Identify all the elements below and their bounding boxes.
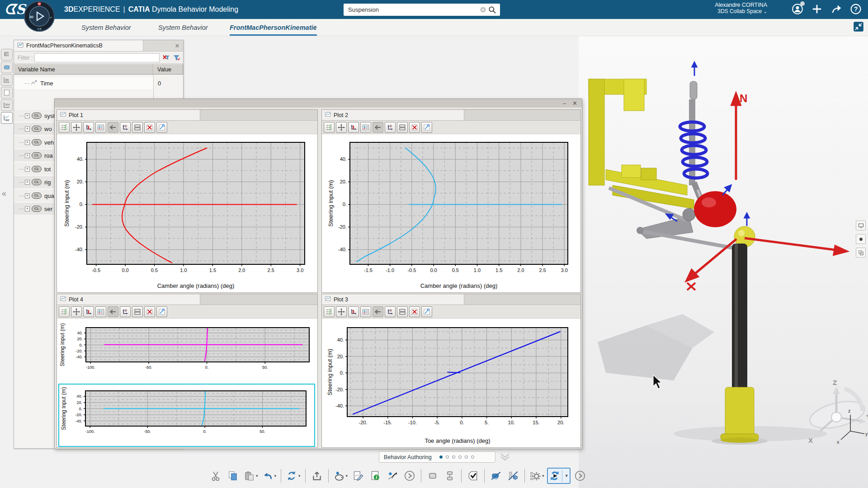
new-behavior-button[interactable]: ▾ bbox=[332, 468, 349, 484]
close-icon[interactable]: ✕ bbox=[171, 40, 183, 51]
column-value[interactable]: Value bbox=[153, 64, 183, 74]
plot2-tab[interactable]: Plot 2 bbox=[322, 110, 464, 120]
expand-icon[interactable]: + bbox=[25, 180, 30, 185]
3ds-logo-icon[interactable]: ᗧS bbox=[5, 2, 24, 18]
new-tab-button[interactable]: + bbox=[313, 19, 317, 36]
expand-action-pad-icon[interactable] bbox=[499, 452, 511, 464]
rail-variables-icon[interactable]: (x) bbox=[1, 74, 13, 86]
plot2-chart[interactable]: -1.5-1.0-0.50.00.51.01.52.02.53.040.20.0… bbox=[322, 134, 580, 294]
rail-document-icon[interactable] bbox=[1, 87, 13, 99]
edit-behavior-button[interactable] bbox=[350, 468, 366, 484]
column-variable-name[interactable]: Variable Name bbox=[14, 64, 153, 74]
collab-space[interactable]: 3DS Collab Space ⌄ bbox=[715, 8, 767, 14]
plot-tool-split-horizontal[interactable] bbox=[132, 306, 143, 317]
red-mass-body[interactable] bbox=[694, 191, 736, 227]
plot-tool-split-horizontal[interactable] bbox=[397, 122, 408, 133]
clear-filter-icon[interactable] bbox=[161, 53, 170, 62]
plot-tool-delete-curves[interactable] bbox=[144, 122, 155, 133]
more-simulation-button[interactable] bbox=[572, 468, 588, 484]
tab-frontmacpherson[interactable]: FrontMacPhersonKinematic bbox=[230, 19, 317, 36]
plot-tool-fit-view[interactable] bbox=[336, 306, 347, 317]
side-display-button[interactable] bbox=[856, 221, 866, 230]
plot-tool-axes-pin[interactable] bbox=[120, 306, 131, 317]
add-button[interactable] bbox=[810, 2, 824, 16]
clear-search-icon[interactable] bbox=[478, 5, 487, 14]
mode-page-dots[interactable] bbox=[438, 455, 476, 459]
expand-icon[interactable]: + bbox=[25, 206, 30, 211]
validate-button[interactable] bbox=[465, 468, 481, 484]
plot-tool-legend[interactable] bbox=[360, 306, 371, 317]
plot-tool-axes-pin[interactable] bbox=[120, 122, 131, 133]
dropdown-arrow-icon[interactable]: ▾ bbox=[346, 474, 348, 478]
plot-tool-axes-scale[interactable] bbox=[348, 306, 359, 317]
3d-viewport[interactable]: N Z X Y z y bbox=[579, 36, 868, 488]
plot3-chart[interactable]: -20.-15.-10.-5.0.5.10.15.20.40.20.0.-20.… bbox=[322, 319, 580, 449]
variable-row-time[interactable]: Time0 bbox=[14, 77, 153, 89]
plot-tool-plot-setup[interactable] bbox=[59, 306, 70, 317]
plot-tool-back-arrow[interactable] bbox=[108, 122, 118, 133]
plot-tool-probe[interactable] bbox=[421, 306, 432, 317]
plot-tool-axes-scale[interactable] bbox=[83, 306, 94, 317]
search-icon[interactable] bbox=[487, 5, 497, 15]
plot4-tab[interactable]: Plot 4 bbox=[57, 294, 200, 305]
simulate-button[interactable]: ▼ bbox=[547, 468, 571, 484]
search-bar[interactable] bbox=[344, 4, 500, 16]
behavior-info-button[interactable]: i bbox=[368, 468, 383, 484]
plot-tool-delete-curves[interactable] bbox=[409, 306, 420, 317]
dropdown-arrow-icon[interactable]: ▾ bbox=[298, 474, 301, 478]
expand-icon[interactable]: + bbox=[25, 127, 30, 131]
mode-dot-3[interactable] bbox=[452, 455, 455, 459]
cut-button[interactable] bbox=[208, 468, 223, 484]
plots-window-titlebar[interactable]: – ✕ bbox=[55, 99, 582, 108]
close-icon[interactable]: ✕ bbox=[572, 100, 577, 106]
components-button[interactable] bbox=[442, 468, 458, 484]
plot4-lower-strip-selected[interactable]: -100.-50.0.50.40.20.0.-20.-40.Steering i… bbox=[58, 384, 315, 447]
component-button[interactable] bbox=[425, 468, 440, 484]
rail-component-icon[interactable] bbox=[1, 61, 13, 73]
expand-icon[interactable]: + bbox=[25, 153, 30, 158]
toggle-block-view-button[interactable] bbox=[505, 468, 521, 484]
user-avatar-button[interactable] bbox=[791, 2, 804, 16]
plot-tool-probe[interactable] bbox=[156, 306, 167, 317]
export-button[interactable] bbox=[309, 468, 325, 484]
help-button[interactable]: ? bbox=[849, 2, 863, 16]
restore-window-icon[interactable] bbox=[853, 21, 864, 33]
expand-icon[interactable]: + bbox=[25, 140, 30, 145]
expand-icon[interactable]: + bbox=[25, 113, 30, 118]
plot-tool-legend[interactable] bbox=[360, 122, 371, 133]
update-button[interactable]: ▾ bbox=[285, 468, 302, 484]
expand-icon[interactable]: + bbox=[25, 193, 30, 198]
plot-tool-split-horizontal[interactable] bbox=[132, 122, 143, 133]
plot-tool-axes-scale[interactable] bbox=[83, 122, 94, 133]
search-input[interactable] bbox=[348, 6, 478, 13]
filter-icon[interactable] bbox=[172, 53, 181, 62]
side-layers-button[interactable] bbox=[856, 248, 866, 258]
plot-tool-fit-view[interactable] bbox=[71, 122, 82, 133]
plot-tool-probe[interactable] bbox=[421, 122, 432, 133]
rail-model-tree-icon[interactable] bbox=[1, 49, 13, 61]
plot1-chart[interactable]: -0.50.00.51.01.52.02.53.040.20.0.-20.-40… bbox=[57, 134, 317, 294]
mode-dot-4[interactable] bbox=[458, 455, 462, 459]
tab-system-behavior-1[interactable]: System Behavior bbox=[81, 19, 131, 36]
variable-browser-tab[interactable]: FrontMacPhersonKinematicsB bbox=[14, 40, 143, 51]
plot-tool-fit-view[interactable] bbox=[71, 306, 82, 317]
plot-tool-axes-pin[interactable] bbox=[385, 306, 396, 317]
plot-tool-plot-setup[interactable] bbox=[324, 306, 335, 317]
plot-tool-fit-view[interactable] bbox=[336, 122, 347, 133]
dropdown-arrow-icon[interactable]: ▾ bbox=[256, 474, 258, 478]
plot-tool-split-horizontal[interactable] bbox=[397, 306, 408, 317]
more-behavior-button[interactable] bbox=[402, 468, 417, 484]
filter-input[interactable] bbox=[34, 53, 160, 62]
plot-tool-probe[interactable] bbox=[156, 122, 167, 133]
add-variable-button[interactable] bbox=[385, 468, 400, 484]
undo-button[interactable]: ▾ bbox=[261, 468, 278, 484]
plot-tool-legend[interactable] bbox=[95, 306, 106, 317]
collapse-panel-icon[interactable]: « bbox=[2, 189, 6, 198]
3dexperience-compass[interactable]: 3D ♈ V.R i² bbox=[24, 0, 55, 32]
plot-tool-delete-curves[interactable] bbox=[144, 306, 155, 317]
side-visibility-button[interactable] bbox=[856, 234, 866, 244]
plot-tool-delete-curves[interactable] bbox=[409, 122, 420, 133]
rail-calibration-plot-icon[interactable]: 1(x) bbox=[1, 99, 13, 111]
plot-tool-plot-setup[interactable] bbox=[59, 122, 70, 133]
plot-tool-axes-pin[interactable] bbox=[385, 122, 396, 133]
